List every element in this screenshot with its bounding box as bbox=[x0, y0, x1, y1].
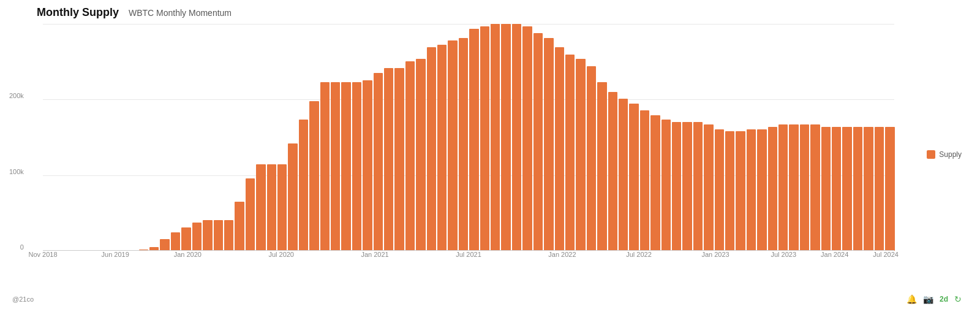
bar-item bbox=[864, 127, 873, 251]
bar-item bbox=[331, 82, 340, 251]
bar-item bbox=[629, 104, 638, 251]
bar-item bbox=[384, 68, 393, 251]
x-axis-label: Jul 2022 bbox=[626, 251, 652, 258]
bar-item bbox=[587, 66, 596, 251]
bar-item bbox=[171, 232, 180, 251]
chart-plot-area: 200k 100k 0 bbox=[43, 24, 894, 251]
bar-item bbox=[650, 115, 660, 251]
x-axis-label: Jan 2020 bbox=[174, 251, 202, 258]
bar-item bbox=[299, 120, 308, 251]
bar-item bbox=[501, 24, 510, 251]
bar-item bbox=[757, 129, 766, 251]
bar-item bbox=[576, 59, 585, 251]
bar-item bbox=[565, 55, 575, 251]
bar-item bbox=[469, 29, 478, 251]
bar-item bbox=[704, 124, 713, 251]
legend: Supply bbox=[927, 150, 962, 159]
bar-item bbox=[405, 61, 415, 251]
bar-item bbox=[235, 202, 244, 251]
bar-item bbox=[491, 24, 500, 251]
bar-item bbox=[608, 92, 617, 251]
x-axis: Nov 2018Jun 2019Jan 2020Jul 2020Jan 2021… bbox=[43, 251, 894, 263]
bar-item bbox=[256, 164, 265, 251]
bar-item bbox=[715, 129, 724, 251]
bar-item bbox=[821, 127, 831, 251]
bar-item bbox=[533, 33, 543, 251]
bar-item bbox=[448, 40, 457, 251]
footer-attribution: @21co bbox=[12, 296, 34, 303]
bar-item bbox=[619, 99, 628, 251]
bar-item bbox=[480, 26, 489, 251]
bar-item bbox=[597, 82, 606, 251]
bar-item bbox=[853, 127, 862, 251]
bar-item bbox=[246, 178, 255, 251]
bar-item bbox=[810, 124, 820, 251]
bell-icon[interactable]: 🔔 bbox=[907, 294, 917, 304]
bar-item bbox=[555, 47, 564, 251]
bar-item bbox=[522, 26, 532, 251]
bar-item bbox=[192, 223, 202, 251]
bar-item bbox=[725, 131, 734, 251]
bar-item bbox=[224, 220, 233, 251]
bar-item bbox=[427, 47, 436, 251]
x-axis-label: Jan 2021 bbox=[361, 251, 388, 258]
x-axis-label: Jul 2021 bbox=[456, 251, 481, 258]
x-axis-label: Nov 2018 bbox=[28, 251, 57, 258]
chart-header: Monthly Supply WBTC Monthly Momentum bbox=[37, 6, 968, 19]
bars-wrapper bbox=[43, 24, 894, 251]
bar-item bbox=[437, 45, 447, 251]
x-axis-label: Jan 2024 bbox=[821, 251, 848, 258]
bar-item bbox=[789, 124, 798, 251]
bar-item bbox=[640, 110, 649, 251]
bar-item bbox=[832, 127, 841, 251]
bar-item bbox=[374, 73, 383, 251]
x-axis-label: Jan 2022 bbox=[548, 251, 576, 258]
bar-item bbox=[203, 220, 212, 251]
bar-item bbox=[267, 164, 276, 251]
x-axis-label: Jul 2024 bbox=[873, 251, 899, 258]
bar-item bbox=[214, 220, 223, 251]
chart-subtitle: WBTC Monthly Momentum bbox=[129, 8, 232, 18]
x-axis-label: Jan 2023 bbox=[701, 251, 729, 258]
bar-item bbox=[768, 127, 777, 251]
bar-item bbox=[693, 122, 703, 251]
camera-icon[interactable]: 📷 bbox=[923, 294, 933, 304]
bar-item bbox=[842, 127, 851, 251]
bar-item bbox=[181, 227, 190, 251]
bar-item bbox=[544, 38, 553, 251]
bar-item bbox=[800, 124, 809, 251]
bottom-icons: 🔔 📷 2d ↻ bbox=[907, 294, 962, 304]
bar-item bbox=[747, 129, 756, 251]
bar-item bbox=[352, 82, 361, 251]
y-label-0: 0 bbox=[20, 243, 24, 251]
legend-item-supply: Supply bbox=[927, 150, 962, 159]
x-axis-label: Jun 2019 bbox=[102, 251, 129, 258]
y-label-100k: 100k bbox=[9, 168, 24, 175]
bar-item bbox=[736, 131, 745, 251]
legend-color-supply bbox=[927, 150, 935, 159]
bar-item bbox=[363, 80, 372, 251]
x-axis-label: Jul 2020 bbox=[268, 251, 294, 258]
bar-item bbox=[875, 127, 884, 251]
bar-item bbox=[277, 164, 287, 251]
y-axis: 200k 100k 0 bbox=[9, 24, 24, 251]
bar-item bbox=[416, 59, 425, 251]
chart-container: Monthly Supply WBTC Monthly Momentum 200… bbox=[0, 0, 980, 309]
bar-item bbox=[394, 68, 404, 251]
bar-item bbox=[309, 101, 318, 251]
bar-item bbox=[682, 122, 692, 251]
bar-item bbox=[341, 82, 350, 251]
bar-item bbox=[459, 38, 468, 251]
bar-item bbox=[320, 82, 330, 251]
x-axis-label: Jul 2023 bbox=[771, 251, 797, 258]
bar-item bbox=[885, 127, 894, 251]
refresh-icon[interactable]: ↻ bbox=[954, 294, 962, 304]
legend-label-supply: Supply bbox=[939, 150, 962, 159]
bar-item bbox=[512, 24, 521, 251]
bar-item bbox=[672, 122, 681, 251]
y-label-200k: 200k bbox=[9, 92, 24, 99]
chart-title: Monthly Supply bbox=[37, 6, 119, 19]
bar-item bbox=[778, 124, 788, 251]
bar-item bbox=[160, 239, 169, 251]
time-badge: 2d bbox=[940, 295, 948, 303]
